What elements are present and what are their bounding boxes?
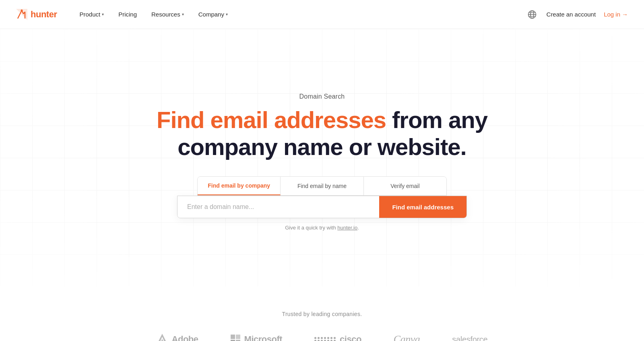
hunter-io-link[interactable]: hunter.io [337, 225, 357, 231]
create-account-link[interactable]: Create an account [547, 11, 596, 18]
logo[interactable]: hunter [16, 9, 57, 20]
company-chevron-icon: ▾ [226, 12, 228, 17]
company-logos: Adobe Microsoft [16, 333, 628, 341]
trusted-section: Trusted by leading companies. Adobe Micr… [0, 287, 644, 341]
globe-icon [528, 10, 537, 19]
product-chevron-icon: ▾ [102, 12, 104, 17]
hero-title-orange: Find email addresses [157, 107, 386, 133]
quick-try-text: Give it a quick try with hunter.io. [149, 225, 495, 231]
canva-logo: Canva [394, 333, 420, 341]
tab-verify-email[interactable]: Verify email [364, 177, 446, 195]
logo-text: hunter [31, 9, 57, 20]
nav-links: Product ▾ Pricing Resources ▾ Company ▾ [73, 8, 525, 21]
nav-item-resources[interactable]: Resources ▾ [145, 8, 190, 21]
login-arrow-icon: → [622, 11, 628, 18]
hero-title: Find email addresses from any company na… [149, 107, 495, 160]
microsoft-logo: Microsoft [231, 334, 283, 341]
adobe-logo: Adobe [157, 334, 198, 341]
language-selector[interactable] [526, 8, 539, 21]
hero-label: Domain Search [149, 93, 495, 100]
search-tabs: Find email by company Find email by name… [197, 176, 447, 196]
tab-find-by-company[interactable]: Find email by company [198, 177, 281, 195]
nav-item-company[interactable]: Company ▾ [192, 8, 234, 21]
hunter-logo-icon [16, 9, 27, 20]
cisco-logo: cisco [314, 334, 361, 341]
hero-section: Domain Search Find email addresses from … [0, 29, 644, 287]
salesforce-logo: salesforce [452, 335, 487, 341]
nav-item-pricing[interactable]: Pricing [112, 8, 143, 21]
nav-right: Create an account Log in → [526, 8, 628, 21]
tab-find-by-name[interactable]: Find email by name [281, 177, 363, 195]
adobe-icon [157, 334, 168, 341]
hero-content: Domain Search Find email addresses from … [141, 69, 503, 247]
resources-chevron-icon: ▾ [182, 12, 184, 17]
cisco-icon [314, 337, 336, 341]
find-email-button[interactable]: Find email addresses [379, 196, 466, 218]
login-link[interactable]: Log in → [604, 11, 628, 18]
nav-item-product[interactable]: Product ▾ [73, 8, 110, 21]
svg-point-1 [21, 9, 23, 11]
domain-search-input[interactable] [178, 196, 379, 218]
microsoft-icon [231, 335, 240, 341]
trusted-label: Trusted by leading companies. [16, 311, 628, 317]
navbar: hunter Product ▾ Pricing Resources ▾ Com… [0, 0, 644, 29]
search-bar: Find email addresses [177, 196, 467, 218]
salesforce-text: salesforce [452, 335, 487, 341]
canva-text: Canva [394, 333, 420, 341]
